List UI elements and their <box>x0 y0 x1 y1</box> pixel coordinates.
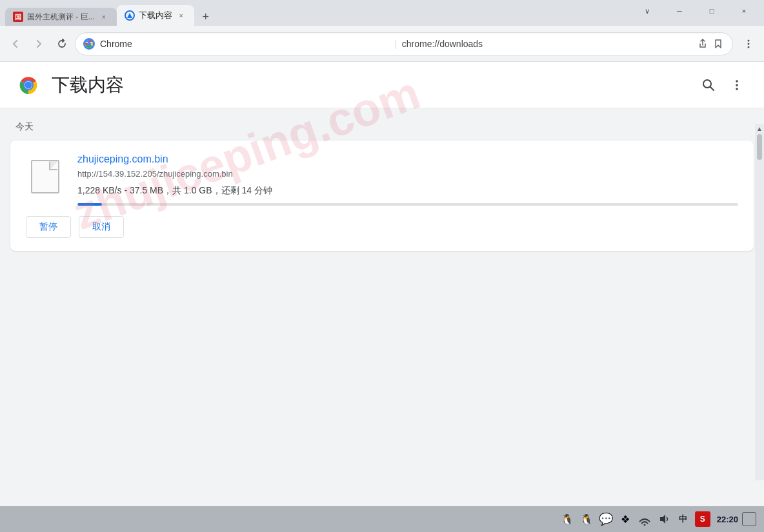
scrollbar-thumb[interactable] <box>757 134 762 160</box>
downloads-header: 下载内容 <box>0 62 764 108</box>
omnibox-actions <box>696 37 725 50</box>
navbar: Chrome | chrome://downloads <box>0 26 764 62</box>
svg-point-6 <box>87 42 91 46</box>
svg-point-17 <box>736 80 738 83</box>
bookmark-icon[interactable] <box>712 37 725 50</box>
file-status: 1,228 KB/s - 37.5 MB，共 1.0 GB，还剩 14 分钟 <box>77 185 738 197</box>
svg-point-19 <box>736 88 738 90</box>
tab2-label: 下载内容 <box>139 10 172 21</box>
maximize-btn[interactable]: □ <box>697 1 727 21</box>
header-left: 下载内容 <box>15 72 124 98</box>
svg-point-20 <box>643 524 645 526</box>
close-btn[interactable]: × <box>729 1 759 21</box>
qq2-icon[interactable]: 🐧 <box>579 511 594 527</box>
qq1-icon[interactable]: 🐧 <box>559 511 575 527</box>
chevron-btn[interactable]: ∨ <box>632 1 662 21</box>
progress-bar-fill <box>77 203 102 206</box>
volume-icon[interactable] <box>656 511 672 527</box>
tab1-close-btn[interactable]: × <box>99 12 109 22</box>
tab2-favicon <box>125 10 135 21</box>
svg-marker-7 <box>716 40 721 48</box>
file-icon <box>31 160 59 193</box>
tab2-close-btn[interactable]: × <box>176 10 186 21</box>
taskbar-time: 22:20 <box>717 515 738 524</box>
sougou-icon[interactable]: S <box>695 511 710 527</box>
pause-btn[interactable]: 暂停 <box>26 216 71 238</box>
wechat-icon[interactable]: 💬 <box>598 511 614 527</box>
more-options-btn[interactable] <box>725 74 749 97</box>
page-title: 下载内容 <box>52 73 124 97</box>
file-icon-wrap <box>26 153 65 200</box>
card-info: zhujiceping.com.bin http://154.39.152.20… <box>77 153 738 206</box>
minimize-btn[interactable]: ─ <box>665 1 694 21</box>
svg-point-10 <box>748 46 750 48</box>
card-actions: 暂停 取消 <box>26 216 738 238</box>
more-menu-btn[interactable] <box>738 34 759 54</box>
svg-line-16 <box>710 86 714 90</box>
navbar-end <box>738 34 759 54</box>
svg-marker-21 <box>660 515 665 524</box>
svg-marker-3 <box>127 13 132 18</box>
tab-active[interactable]: 下载内容 × <box>117 5 194 26</box>
scrollbar-track: ▲ <box>755 124 764 480</box>
card-top: zhujiceping.com.bin http://154.39.152.20… <box>26 153 738 206</box>
titlebar: 国 国外主机测评 - 巨... × 下载内容 × + ∨ ─ □ × <box>0 0 764 26</box>
ime-icon[interactable]: 中 <box>676 511 691 527</box>
omnibox-url: chrome://downloads <box>402 39 691 49</box>
chrome-icon <box>83 38 95 50</box>
tab1-favicon: 国 <box>13 12 23 22</box>
forward-btn[interactable] <box>28 34 49 54</box>
omnibox[interactable]: Chrome | chrome://downloads <box>75 32 733 55</box>
file-name-link[interactable]: zhujiceping.com.bin <box>77 153 738 165</box>
svg-point-8 <box>748 39 750 41</box>
multi-icon[interactable]: ❖ <box>618 511 633 527</box>
taskbar: 🐧 🐧 💬 ❖ 中 S 22:20 <box>0 506 764 532</box>
header-actions <box>697 74 749 97</box>
progress-bar-track <box>77 203 738 206</box>
window-controls: ∨ ─ □ × <box>632 1 759 25</box>
scrollbar-up-arrow[interactable]: ▲ <box>755 124 764 133</box>
file-url: http://154.39.152.205/zhujiceping.com.bi… <box>77 169 738 179</box>
tab-list: 国 国外主机测评 - 巨... × 下载内容 × + <box>5 0 215 26</box>
today-label: 今天 <box>0 108 764 141</box>
page-body: 下载内容 zhujiceping.com 今天 zhujic <box>0 62 764 506</box>
svg-point-18 <box>736 84 738 86</box>
network-icon[interactable] <box>637 511 652 527</box>
content-area: 下载内容 zhujiceping.com 今天 zhujic <box>0 62 764 506</box>
new-tab-btn[interactable]: + <box>197 8 215 26</box>
tab-inactive[interactable]: 国 国外主机测评 - 巨... × <box>5 8 117 26</box>
omnibox-chrome-text: Chrome <box>100 39 389 49</box>
download-card: zhujiceping.com.bin http://154.39.152.20… <box>10 141 754 251</box>
reload-btn[interactable] <box>52 34 72 54</box>
svg-point-14 <box>25 81 32 88</box>
cancel-btn[interactable]: 取消 <box>79 216 124 238</box>
tab1-label: 国外主机测评 - 巨... <box>27 12 95 23</box>
back-btn[interactable] <box>5 34 26 54</box>
share-icon[interactable] <box>696 37 709 50</box>
chrome-logo <box>15 72 41 98</box>
omnibox-separator: | <box>394 39 397 49</box>
notification-btn[interactable] <box>742 512 756 526</box>
svg-text:国: 国 <box>15 14 21 21</box>
search-btn[interactable] <box>697 74 720 97</box>
svg-point-9 <box>748 43 750 44</box>
